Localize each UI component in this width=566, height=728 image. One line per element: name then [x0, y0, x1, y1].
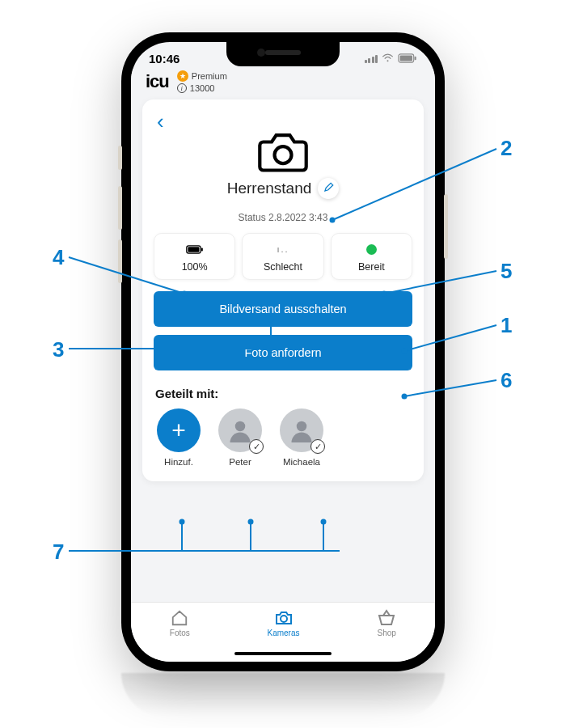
- avatar: ✓: [218, 408, 262, 452]
- phone-notch: [226, 42, 340, 66]
- state-value: Bereit: [335, 261, 408, 273]
- tab-label: Shop: [377, 629, 395, 637]
- tab-label: Fotos: [170, 629, 190, 637]
- battery-full-icon: [158, 242, 231, 256]
- callout-3: 3: [53, 337, 64, 362]
- add-share-button[interactable]: + Hinzuf.: [157, 408, 201, 467]
- plus-icon: +: [157, 408, 201, 452]
- info-icon: i: [177, 83, 187, 93]
- mute-switch: [118, 146, 122, 170]
- battery-value: 100%: [158, 261, 231, 273]
- camera-detail-card: ‹ Herrenstand Status: [142, 99, 424, 481]
- signal-tile[interactable]: ı.. Schlecht: [242, 233, 323, 280]
- back-button[interactable]: ‹: [154, 109, 167, 134]
- shared-heading: Geteilt mit:: [155, 387, 412, 400]
- check-icon: ✓: [310, 439, 325, 454]
- volume-down-button: [118, 239, 122, 283]
- credits-value: 13000: [190, 83, 215, 93]
- toggle-image-send-button[interactable]: Bildversand ausschalten: [154, 291, 412, 327]
- battery-icon: [398, 52, 417, 66]
- home-icon: [170, 609, 190, 627]
- cellular-icon: [365, 54, 378, 63]
- svg-point-9: [297, 421, 307, 432]
- callout-6: 6: [501, 368, 512, 393]
- tab-kameras[interactable]: Kameras: [268, 609, 300, 637]
- svg-rect-2: [400, 56, 412, 61]
- add-share-label: Hinzuf.: [157, 457, 201, 467]
- app-logo: icu: [146, 71, 169, 92]
- shared-user[interactable]: ✓ Peter: [218, 408, 262, 467]
- wifi-icon: [382, 52, 394, 66]
- basket-icon: [377, 609, 396, 627]
- phone-frame: 10:46 icu ★ Premium: [121, 32, 445, 671]
- svg-point-8: [235, 421, 246, 432]
- pencil-icon: [323, 181, 334, 196]
- state-tile[interactable]: Bereit: [331, 233, 412, 280]
- home-indicator[interactable]: [234, 652, 332, 655]
- svg-rect-6: [188, 247, 199, 252]
- camera-name: Herrenstand: [227, 180, 312, 197]
- callout-2: 2: [501, 136, 512, 161]
- callout-4: 4: [53, 245, 64, 270]
- svg-point-10: [281, 616, 287, 622]
- battery-tile[interactable]: 100%: [154, 233, 235, 280]
- camera-icon: [268, 609, 300, 627]
- star-icon: ★: [177, 70, 188, 82]
- status-timestamp: Status 2.8.2022 3:43: [154, 212, 412, 223]
- signal-value: Schlecht: [246, 261, 319, 273]
- shared-user[interactable]: ✓ Michaela: [280, 408, 323, 467]
- premium-label: Premium: [192, 71, 227, 81]
- phone-reflection: [121, 673, 445, 717]
- avatar: ✓: [280, 408, 323, 452]
- shared-user-name: Peter: [218, 457, 262, 467]
- callout-1: 1: [501, 313, 512, 338]
- app-header: icu ★ Premium i 13000: [131, 69, 435, 99]
- power-button: [444, 194, 448, 259]
- signal-weak-icon: ı..: [246, 242, 319, 256]
- check-icon: ✓: [249, 439, 264, 454]
- svg-rect-3: [415, 57, 416, 60]
- callout-7: 7: [53, 540, 64, 565]
- camera-icon: [255, 162, 311, 176]
- edit-name-button[interactable]: [318, 178, 339, 199]
- svg-point-0: [387, 60, 389, 61]
- tab-label: Kameras: [268, 629, 300, 637]
- shared-user-name: Michaela: [280, 457, 323, 467]
- tab-shop[interactable]: Shop: [377, 609, 396, 637]
- svg-point-4: [275, 146, 292, 163]
- request-photo-button[interactable]: Foto anfordern: [154, 335, 412, 370]
- volume-up-button: [118, 186, 122, 230]
- callout-5: 5: [501, 259, 512, 284]
- tab-fotos[interactable]: Fotos: [170, 609, 190, 637]
- status-dot-icon: [335, 242, 408, 256]
- svg-rect-7: [201, 248, 203, 251]
- clock: 10:46: [149, 52, 180, 66]
